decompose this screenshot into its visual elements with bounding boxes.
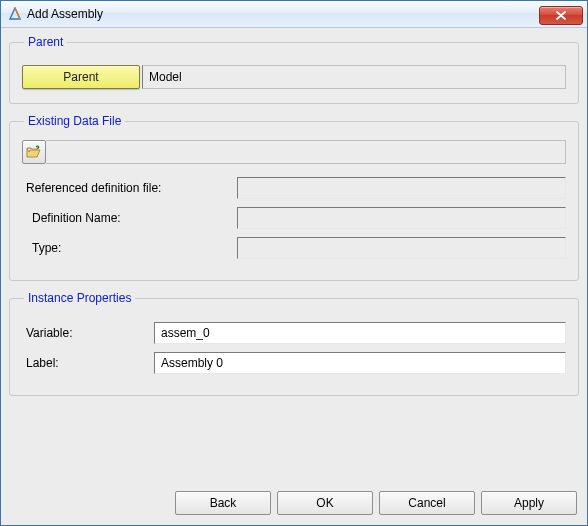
parent-button[interactable]: Parent <box>22 65 140 89</box>
type-field <box>237 237 566 259</box>
window-title: Add Assembly <box>27 7 103 21</box>
referenced-file-label: Referenced definition file: <box>22 181 237 195</box>
type-label: Type: <box>22 241 237 255</box>
definition-name-label: Definition Name: <box>22 211 237 225</box>
label-label: Label: <box>22 356 154 370</box>
open-file-button[interactable] <box>22 140 46 164</box>
dialog-body: Parent Parent Model Existing Data File <box>1 28 587 525</box>
dialog-window: Add Assembly Parent Parent Model Existin… <box>0 0 588 526</box>
folder-open-icon <box>26 145 42 159</box>
ok-button[interactable]: OK <box>277 491 373 515</box>
variable-input[interactable] <box>154 322 566 344</box>
apply-button[interactable]: Apply <box>481 491 577 515</box>
dialog-button-row: Back OK Cancel Apply <box>9 491 579 517</box>
instance-legend: Instance Properties <box>24 291 135 305</box>
definition-name-field <box>237 207 566 229</box>
close-icon <box>556 11 566 20</box>
variable-label: Variable: <box>22 326 154 340</box>
back-button[interactable]: Back <box>175 491 271 515</box>
close-button[interactable] <box>539 6 583 25</box>
cancel-button[interactable]: Cancel <box>379 491 475 515</box>
label-input[interactable] <box>154 352 566 374</box>
existing-legend: Existing Data File <box>24 114 125 128</box>
instance-properties-group: Instance Properties Variable: Label: <box>9 291 579 396</box>
parent-legend: Parent <box>24 35 67 49</box>
open-file-strip <box>46 140 566 164</box>
referenced-file-field <box>237 177 566 199</box>
parent-value-field: Model <box>142 65 566 89</box>
existing-data-file-group: Existing Data File Referenced definition… <box>9 114 579 281</box>
app-icon <box>7 6 23 22</box>
titlebar: Add Assembly <box>1 1 587 28</box>
parent-group: Parent Parent Model <box>9 35 579 104</box>
